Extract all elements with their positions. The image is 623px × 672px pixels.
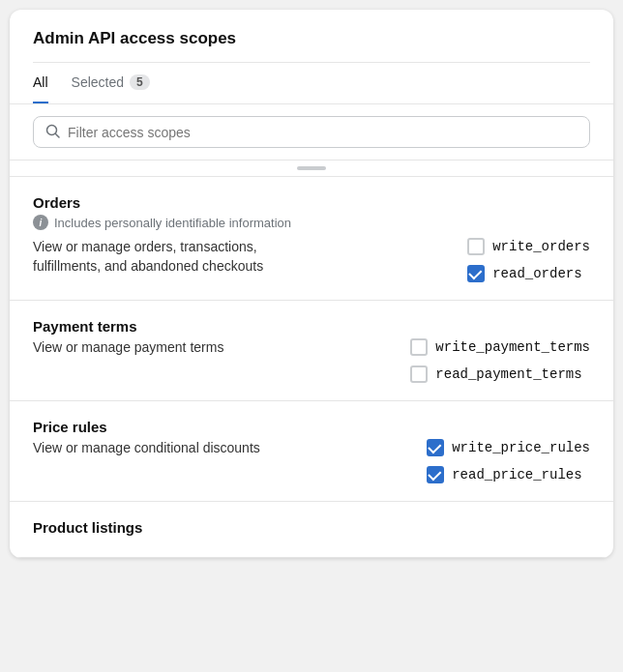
read-orders-checkbox[interactable]: [467, 265, 485, 282]
scroll-dots: [297, 166, 326, 170]
card-header: Admin API access scopes: [10, 10, 613, 63]
tab-all[interactable]: All: [33, 63, 48, 103]
orders-meta: i Includes personally identifiable infor…: [33, 215, 590, 230]
search-bar: [10, 104, 613, 161]
write-price-rules-label: write_price_rules: [452, 440, 590, 455]
info-icon: i: [33, 215, 48, 230]
orders-meta-text: Includes personally identifiable informa…: [54, 216, 291, 230]
checkbox-write-payment-terms[interactable]: write_payment_terms: [410, 338, 590, 356]
price-rules-checkboxes: write_price_rules read_price_rules: [427, 439, 590, 483]
card-title: Admin API access scopes: [33, 29, 590, 63]
tab-selected[interactable]: Selected 5: [72, 63, 150, 103]
payment-terms-desc: View or manage payment terms: [33, 338, 223, 358]
orders-body: View or manage orders, transactions, ful…: [33, 238, 590, 282]
tab-all-label: All: [33, 74, 48, 90]
svg-line-1: [56, 134, 60, 138]
orders-title: Orders: [33, 194, 590, 211]
read-price-rules-checkbox[interactable]: [427, 466, 444, 483]
checkbox-read-price-rules[interactable]: read_price_rules: [427, 466, 581, 483]
scroll-indicator: [10, 161, 613, 177]
orders-desc: View or manage orders, transactions, ful…: [33, 238, 284, 276]
search-wrapper: [33, 116, 590, 148]
search-input[interactable]: [68, 125, 578, 140]
write-orders-checkbox[interactable]: [467, 238, 485, 255]
read-orders-label: read_orders: [492, 266, 581, 281]
product-listings-title: Product listings: [33, 519, 590, 536]
section-orders: Orders i Includes personally identifiabl…: [10, 177, 613, 301]
price-rules-title: Price rules: [33, 419, 590, 435]
section-payment-terms: Payment terms View or manage payment ter…: [10, 301, 613, 401]
write-orders-label: write_orders: [492, 239, 590, 254]
read-payment-terms-label: read_payment_terms: [435, 366, 581, 382]
search-icon: [45, 124, 60, 140]
section-product-listings: Product listings: [10, 502, 613, 558]
checkbox-write-orders[interactable]: write_orders: [467, 238, 590, 255]
selected-badge: 5: [130, 74, 150, 90]
api-access-scopes-card: Admin API access scopes All Selected 5: [10, 10, 613, 558]
read-price-rules-label: read_price_rules: [452, 467, 581, 482]
payment-terms-title: Payment terms: [33, 318, 590, 335]
orders-checkboxes: write_orders read_orders: [467, 238, 590, 282]
content-wrapper: Orders i Includes personally identifiabl…: [10, 161, 613, 558]
content-area: Orders i Includes personally identifiabl…: [10, 161, 613, 558]
write-price-rules-checkbox[interactable]: [427, 439, 444, 456]
read-payment-terms-checkbox[interactable]: [410, 365, 428, 383]
section-price-rules: Price rules View or manage conditional d…: [10, 401, 613, 502]
write-payment-terms-label: write_payment_terms: [435, 339, 590, 355]
price-rules-desc: View or manage conditional discounts: [33, 439, 260, 458]
price-rules-body: View or manage conditional discounts wri…: [33, 439, 590, 483]
payment-terms-body: View or manage payment terms write_payme…: [33, 338, 590, 383]
checkbox-read-payment-terms[interactable]: read_payment_terms: [410, 365, 581, 383]
tab-selected-label: Selected: [72, 74, 124, 90]
write-payment-terms-checkbox[interactable]: [410, 338, 428, 356]
checkbox-write-price-rules[interactable]: write_price_rules: [427, 439, 590, 456]
tabs: All Selected 5: [10, 63, 613, 104]
payment-terms-checkboxes: write_payment_terms read_payment_terms: [410, 338, 590, 383]
checkbox-read-orders[interactable]: read_orders: [467, 265, 581, 282]
